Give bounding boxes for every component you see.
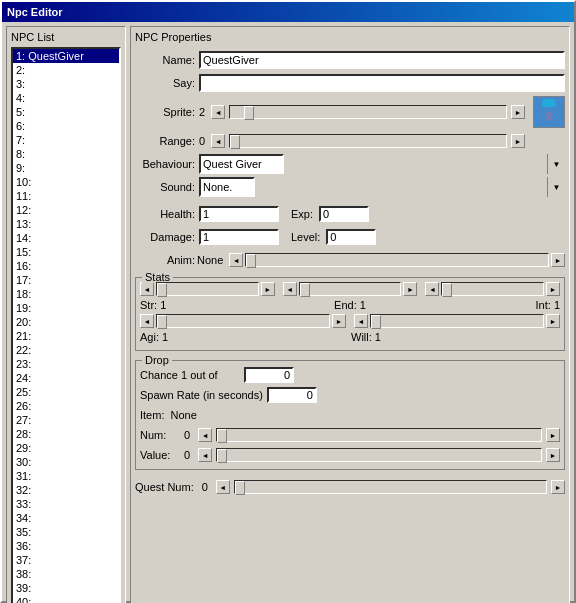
npc-list-box[interactable]: 1: QuestGiver2:3:4:5:6:7:8:9:10:11:12:13…: [11, 47, 121, 603]
will-right-btn[interactable]: ►: [546, 314, 560, 328]
list-item[interactable]: 2:: [13, 63, 119, 77]
will-left-btn[interactable]: ◄: [354, 314, 368, 328]
list-item[interactable]: 17:: [13, 273, 119, 287]
sprite-right-btn[interactable]: ►: [511, 105, 525, 119]
sprite-left-btn[interactable]: ◄: [211, 105, 225, 119]
list-item[interactable]: 4:: [13, 91, 119, 105]
num-right-btn[interactable]: ►: [546, 428, 560, 442]
agi-right-btn[interactable]: ►: [332, 314, 346, 328]
will-label: Will: 1: [351, 331, 381, 343]
end-right-btn[interactable]: ►: [403, 282, 417, 296]
num-left-btn[interactable]: ◄: [198, 428, 212, 442]
health-input[interactable]: [199, 206, 279, 222]
list-item[interactable]: 26:: [13, 399, 119, 413]
value-right-btn[interactable]: ►: [546, 448, 560, 462]
quest-left-btn[interactable]: ◄: [216, 480, 230, 494]
list-item[interactable]: 35:: [13, 525, 119, 539]
list-item[interactable]: 33:: [13, 497, 119, 511]
list-item[interactable]: 29:: [13, 441, 119, 455]
list-item[interactable]: 21:: [13, 329, 119, 343]
list-item[interactable]: 7:: [13, 133, 119, 147]
list-item[interactable]: 11:: [13, 189, 119, 203]
name-label: Name:: [135, 54, 195, 66]
list-item[interactable]: 28:: [13, 427, 119, 441]
list-item[interactable]: 31:: [13, 469, 119, 483]
list-item[interactable]: 19:: [13, 301, 119, 315]
value-slider[interactable]: [216, 448, 542, 462]
str-slider[interactable]: [156, 282, 259, 296]
range-right-btn[interactable]: ►: [511, 134, 525, 148]
list-item[interactable]: 8:: [13, 147, 119, 161]
end-slider[interactable]: [299, 282, 402, 296]
level-input[interactable]: [326, 229, 376, 245]
npc-props-label: NPC Properties: [135, 31, 565, 43]
spawn-input[interactable]: [267, 387, 317, 403]
agi-slider[interactable]: [156, 314, 330, 328]
list-item[interactable]: 6:: [13, 119, 119, 133]
chance-input[interactable]: [244, 367, 294, 383]
list-item[interactable]: 9:: [13, 161, 119, 175]
sound-dropdown-arrow: ▼: [547, 177, 565, 197]
agi-left-btn[interactable]: ◄: [140, 314, 154, 328]
list-item[interactable]: 1: QuestGiver: [13, 49, 119, 63]
list-item[interactable]: 36:: [13, 539, 119, 553]
anim-left-btn[interactable]: ◄: [229, 253, 243, 267]
value-left-btn[interactable]: ◄: [198, 448, 212, 462]
sound-select[interactable]: None.: [199, 177, 255, 197]
will-slider[interactable]: [370, 314, 544, 328]
list-item[interactable]: 10:: [13, 175, 119, 189]
list-item[interactable]: 24:: [13, 371, 119, 385]
list-item[interactable]: 34:: [13, 511, 119, 525]
npc-props-panel: NPC Properties Name: Say: Sprite: 2 ◄: [130, 26, 570, 603]
list-item[interactable]: 16:: [13, 259, 119, 273]
stats-row2: ◄ ► ◄ ►: [140, 314, 560, 328]
damage-input[interactable]: [199, 229, 279, 245]
damage-label: Damage:: [135, 231, 195, 243]
list-item[interactable]: 13:: [13, 217, 119, 231]
list-item[interactable]: 40:: [13, 595, 119, 603]
list-item[interactable]: 18:: [13, 287, 119, 301]
str-left-btn[interactable]: ◄: [140, 282, 154, 296]
list-item[interactable]: 30:: [13, 455, 119, 469]
list-item[interactable]: 3:: [13, 77, 119, 91]
quest-slider[interactable]: [234, 480, 547, 494]
npc-list-panel: NPC List 1: QuestGiver2:3:4:5:6:7:8:9:10…: [6, 26, 126, 603]
str-right-btn[interactable]: ►: [261, 282, 275, 296]
list-item[interactable]: 39:: [13, 581, 119, 595]
anim-right-btn[interactable]: ►: [551, 253, 565, 267]
end-left-btn[interactable]: ◄: [283, 282, 297, 296]
say-input[interactable]: [199, 74, 565, 92]
npc-list-label: NPC List: [11, 31, 121, 43]
list-item[interactable]: 25:: [13, 385, 119, 399]
list-item[interactable]: 32:: [13, 483, 119, 497]
int-left-btn[interactable]: ◄: [425, 282, 439, 296]
sprite-slider[interactable]: [229, 105, 507, 119]
range-slider[interactable]: [229, 134, 507, 148]
list-item[interactable]: 23:: [13, 357, 119, 371]
name-input[interactable]: [199, 51, 565, 69]
list-item[interactable]: 12:: [13, 203, 119, 217]
list-item[interactable]: 38:: [13, 567, 119, 581]
behaviour-select[interactable]: Quest Giver Guard Friendly Hostile: [199, 154, 284, 174]
num-label: Num:: [140, 429, 180, 441]
list-item[interactable]: 37:: [13, 553, 119, 567]
int-right-btn[interactable]: ►: [546, 282, 560, 296]
say-label: Say:: [135, 77, 195, 89]
list-item[interactable]: 27:: [13, 413, 119, 427]
behaviour-label: Behaviour:: [135, 158, 195, 170]
exp-label: Exp:: [291, 208, 313, 220]
exp-input[interactable]: [319, 206, 369, 222]
range-left-btn[interactable]: ◄: [211, 134, 225, 148]
range-num: 0: [199, 135, 205, 147]
title-text: Npc Editor: [7, 6, 63, 18]
anim-slider[interactable]: [245, 253, 549, 267]
num-slider[interactable]: [216, 428, 542, 442]
list-item[interactable]: 15:: [13, 245, 119, 259]
int-slider[interactable]: [441, 282, 544, 296]
list-item[interactable]: 20:: [13, 315, 119, 329]
item-row: Item: None: [140, 405, 560, 425]
list-item[interactable]: 14:: [13, 231, 119, 245]
list-item[interactable]: 22:: [13, 343, 119, 357]
quest-right-btn[interactable]: ►: [551, 480, 565, 494]
list-item[interactable]: 5:: [13, 105, 119, 119]
